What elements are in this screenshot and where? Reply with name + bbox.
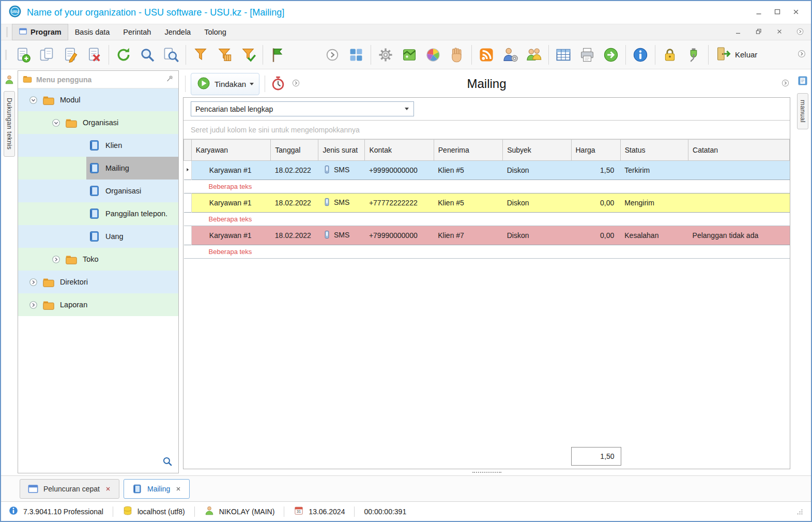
minimize-button[interactable]	[751, 6, 767, 19]
menu-jendela[interactable]: Jendela	[158, 25, 197, 39]
close-tab-icon[interactable]	[104, 485, 112, 493]
maximize-button[interactable]	[770, 6, 785, 19]
cell-penerima: Klien #5	[434, 193, 502, 213]
grid-row-2[interactable]: Karyawan #118.02.2022SMS+77772222222Klie…	[184, 193, 790, 213]
actions-button[interactable]: Tindakan	[191, 73, 259, 95]
full-table-search-combo[interactable]: Pencarian tabel lengkap	[191, 101, 414, 116]
copy-document-button[interactable]	[35, 42, 58, 67]
chevron-circle-button[interactable]	[320, 42, 344, 67]
tree-item-klien[interactable]: Klien	[18, 134, 178, 157]
database-icon	[122, 505, 133, 517]
tree-item-body: Mailing	[86, 157, 178, 180]
filter-button[interactable]	[189, 42, 212, 67]
combo-dropdown-icon[interactable]	[400, 102, 413, 116]
tree-search-button[interactable]	[162, 456, 173, 469]
table-grid-button[interactable]	[551, 42, 575, 67]
settings-gear-button[interactable]	[374, 42, 397, 67]
lock-button[interactable]	[658, 42, 682, 67]
print-button[interactable]	[575, 42, 599, 67]
pin-button[interactable]	[165, 74, 174, 85]
flag-button[interactable]	[266, 42, 289, 67]
mdi-minimize-button[interactable]	[730, 25, 746, 39]
tree-item-body: Panggilan telepon.	[86, 202, 178, 225]
column-header-jenis-surat[interactable]: Jenis surat	[318, 140, 365, 161]
tree-item-organisasi[interactable]: Organisasi	[18, 180, 178, 202]
bottom-tab-peluncuran-cepat[interactable]: Peluncuran cepat	[20, 479, 119, 499]
tree-expander[interactable]	[25, 277, 41, 288]
column-header-subyek[interactable]: Subyek	[503, 140, 571, 161]
info-button[interactable]	[629, 42, 652, 67]
menu-grip	[6, 27, 9, 37]
edit-document-button[interactable]	[58, 42, 82, 67]
close-button[interactable]	[788, 6, 804, 19]
hand-button[interactable]	[445, 42, 469, 67]
tree-item-laporan[interactable]: Laporan	[18, 293, 178, 316]
refresh-button[interactable]	[112, 42, 135, 67]
users-button[interactable]	[522, 42, 546, 67]
grid-container: Pencarian tabel lengkap Seret judul kolo…	[183, 97, 790, 469]
tree-expander[interactable]	[25, 300, 41, 310]
tree-item-modul[interactable]: Modul	[18, 88, 178, 111]
toolbar-separator	[548, 45, 549, 65]
column-header-harga[interactable]: Harga	[571, 140, 620, 161]
tree-item-panggilan-telepon[interactable]: Panggilan telepon.	[18, 202, 178, 225]
new-document-button[interactable]	[11, 42, 35, 67]
menu-tolong[interactable]: Tolong	[197, 25, 233, 39]
support-tab[interactable]: Dukungan teknis	[4, 91, 15, 157]
menu-basis-data[interactable]: Basis data	[68, 25, 117, 39]
rss-button[interactable]	[474, 42, 498, 67]
right-strip: manual	[794, 69, 811, 475]
info-icon	[632, 47, 649, 63]
tree-expander[interactable]	[48, 254, 64, 265]
mdi-restore-button[interactable]	[751, 25, 767, 39]
grid-row-3[interactable]: Karyawan #118.02.2022SMS+79990000000Klie…	[184, 226, 790, 245]
tree-expander[interactable]	[48, 117, 64, 128]
plug-button[interactable]	[682, 42, 706, 67]
tree-item-mailing[interactable]: Mailing	[18, 157, 178, 180]
exit-button[interactable]: Keluar	[711, 42, 761, 67]
minimize-icon	[734, 27, 742, 37]
map-button[interactable]	[397, 42, 421, 67]
tree-item-direktori[interactable]: Direktori	[18, 271, 178, 293]
panel-overflow-button[interactable]	[780, 78, 790, 90]
chevron-circle-icon	[291, 78, 301, 90]
delete-document-button[interactable]	[82, 42, 106, 67]
toolbar-overflow-button[interactable]	[796, 49, 807, 61]
search-advanced-button[interactable]	[159, 42, 183, 67]
tree-item-organisasi[interactable]: Organisasi	[18, 111, 178, 134]
manual-tab[interactable]: manual	[797, 93, 808, 129]
close-tab-icon[interactable]	[175, 485, 182, 493]
expander-right-icon	[28, 277, 39, 288]
close-icon	[104, 485, 112, 493]
column-header-kontak[interactable]: Kontak	[365, 140, 434, 161]
minimize-icon	[754, 7, 763, 18]
menu-perintah[interactable]: Perintah	[116, 25, 158, 39]
mdi-close-button[interactable]	[772, 25, 787, 39]
action-overflow-button[interactable]	[291, 78, 301, 90]
resize-grip[interactable]	[793, 505, 804, 517]
grid-row-1[interactable]: Karyawan #118.02.2022SMS+99990000000Klie…	[184, 161, 790, 180]
column-header-tanggal[interactable]: Tanggal	[271, 140, 318, 161]
tree-expander[interactable]	[25, 95, 41, 106]
user-settings-button[interactable]	[498, 42, 522, 67]
column-header-penerima[interactable]: Penerima	[434, 140, 502, 161]
column-header-status[interactable]: Status	[620, 140, 688, 161]
search-button[interactable]	[135, 42, 159, 67]
bottom-tab-mailing[interactable]: Mailing	[124, 479, 190, 499]
menu-overflow-button[interactable]	[792, 25, 808, 39]
tree-item-uang[interactable]: Uang	[18, 225, 178, 248]
splitter-handle[interactable]	[183, 469, 790, 475]
color-wheel-button[interactable]	[421, 42, 445, 67]
cell-jenis-surat: SMS	[318, 226, 365, 245]
layout-grid-button[interactable]	[344, 42, 368, 67]
resize-grip-icon	[793, 509, 804, 517]
column-header-catatan[interactable]: Catatan	[688, 140, 790, 161]
tree-item-toko[interactable]: Toko	[18, 248, 178, 271]
column-header-karyawan[interactable]: Karyawan	[191, 140, 271, 161]
scheduler-button[interactable]	[270, 76, 286, 93]
filter-columns-button[interactable]	[212, 42, 236, 67]
tree-item-body: Organisasi	[64, 111, 178, 134]
export-button[interactable]	[599, 42, 623, 67]
filter-apply-button[interactable]	[236, 42, 260, 67]
menu-program[interactable]: Program	[12, 24, 68, 40]
